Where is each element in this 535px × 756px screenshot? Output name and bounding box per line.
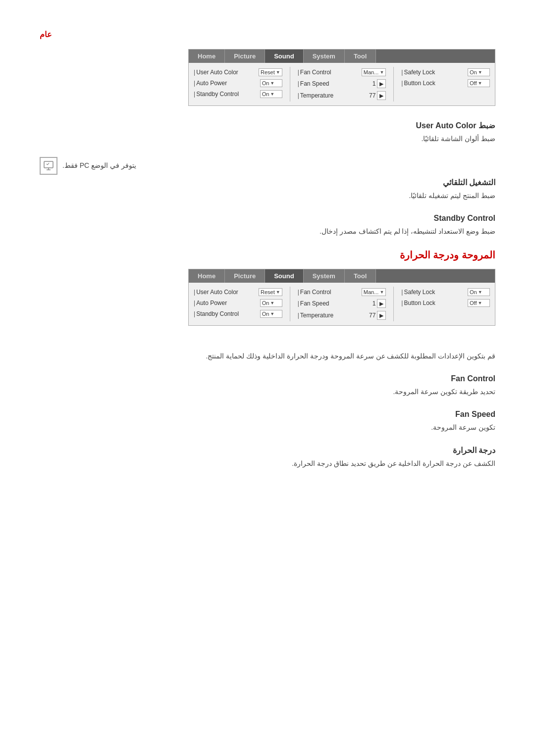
fan-control-select[interactable]: Man... ▼ (362, 68, 386, 76)
osd1-row-button-lock: Button Lock Off ▼ (401, 78, 490, 89)
red-heading: المروحة ودرجة الحرارة (40, 249, 495, 261)
osd2-row-standby: Standby Control On ▼ (194, 308, 282, 319)
osd2-temperature-right-btn[interactable]: ▶ (377, 311, 386, 320)
osd1-row-standby: Standby Control On ▼ (194, 89, 282, 100)
fan-intro-text: قم بتكوين الإعدادات المطلوبة للكشف عن سر… (40, 351, 495, 362)
top-label: عام (40, 30, 495, 39)
osd2-tab-home[interactable]: Home (189, 269, 225, 283)
button-lock-label: Button Lock (401, 80, 468, 87)
section-temperature: درجة الحرارة الكشف عن درجة الحرارة الداخ… (40, 446, 495, 470)
fan-control-desc: تحديد طريقة تكوين سرعة المروحة. (40, 386, 495, 398)
fan-control-label: Fan Control (298, 69, 362, 76)
osd2-row-auto-power: Auto Power On ▼ (194, 298, 282, 308)
osd1-col3: Safety Lock On ▼ Button Lock Off ▼ (401, 67, 490, 101)
osd2-col2: Fan Control Man... ▼ Fan Speed 1 ▶ (298, 287, 386, 321)
pc-only-text: يتوفر في الوضع PC فقط. (62, 160, 136, 172)
temperature-title: درجة الحرارة (40, 446, 495, 455)
temperature-label: Temperature (298, 92, 369, 99)
osd2-safety-lock-select[interactable]: On ▼ (468, 288, 490, 296)
osd2-row-user-auto-color: User Auto Color Reset ▼ (194, 287, 282, 298)
osd2-tab-system[interactable]: System (304, 269, 345, 283)
osd1-row-user-auto-color: User Auto Color Reset ▼ (194, 67, 282, 78)
button-lock-select[interactable]: Off ▼ (468, 79, 490, 87)
section-standby-control: Standby Control ضبط وضع الاستعداد لتنشيط… (40, 214, 495, 238)
pc-only-section: يتوفر في الوضع PC فقط. (40, 157, 495, 175)
fan-speed-title: Fan Speed (40, 410, 495, 419)
tab-sound[interactable]: Sound (265, 50, 303, 63)
osd2-row-fan-speed: Fan Speed 1 ▶ (298, 298, 386, 309)
user-auto-color-label: User Auto Color (194, 69, 259, 76)
safety-lock-select[interactable]: On ▼ (468, 68, 490, 76)
standby-select[interactable]: On ▼ (260, 90, 282, 98)
tab-system[interactable]: System (304, 50, 345, 63)
osd2-standby-select[interactable]: On ▼ (260, 310, 282, 318)
fan-speed-right-btn[interactable]: ▶ (377, 79, 386, 88)
svg-line-4 (48, 163, 49, 165)
auto-power-desc: ضبط المنتج ليتم تشغيله تلقائيًا. (40, 190, 495, 202)
osd2-fan-control-select[interactable]: Man... ▼ (362, 288, 386, 296)
auto-power-title: التشغيل التلقائي (40, 178, 495, 187)
fan-control-title: Fan Control (40, 374, 495, 383)
osd-table-2: Home Picture Sound System Tool User Auto… (40, 269, 495, 341)
osd1-row-auto-power: Auto Power On ▼ (194, 78, 282, 89)
osd2-row-fan-control: Fan Control Man... ▼ (298, 287, 386, 298)
svg-rect-0 (44, 161, 53, 168)
user-auto-color-desc: ضبط ألوان الشاشة تلقائيًا. (40, 133, 495, 145)
osd1-col1: User Auto Color Reset ▼ Auto Power On ▼ (194, 67, 282, 101)
pc-icon (40, 157, 57, 175)
user-auto-color-title: ضبط User Auto Color (40, 121, 495, 130)
osd1-body: User Auto Color Reset ▼ Auto Power On ▼ (189, 63, 495, 105)
section-fan-intro: قم بتكوين الإعدادات المطلوبة للكشف عن سر… (40, 351, 495, 362)
osd2-body: User Auto Color Reset ▼ Auto Power On ▼ (189, 283, 495, 325)
osd2-tab-tool[interactable]: Tool (345, 269, 376, 283)
osd1-row-temperature: Temperature 77 ▶ (298, 90, 386, 101)
osd1-row-safety-lock: Safety Lock On ▼ (401, 67, 490, 78)
osd2-header: Home Picture Sound System Tool (189, 269, 495, 283)
osd2-row-safety-lock: Safety Lock On ▼ (401, 287, 490, 298)
osd1-col2: Fan Control Man... ▼ Fan Speed 1 ▶ (298, 67, 386, 101)
osd2-auto-power-select[interactable]: On ▼ (260, 299, 282, 307)
fan-speed-desc: تكوين سرعة المروحة. (40, 422, 495, 434)
osd2-col1: User Auto Color Reset ▼ Auto Power On ▼ (194, 287, 282, 321)
osd2-tab-picture[interactable]: Picture (225, 269, 265, 283)
standby-label: Standby Control (194, 91, 260, 98)
auto-power-select[interactable]: On ▼ (260, 79, 282, 87)
osd2-col3: Safety Lock On ▼ Button Lock Off ▼ (401, 287, 490, 321)
tab-home[interactable]: Home (189, 50, 225, 63)
osd2-fan-speed-right-btn[interactable]: ▶ (377, 299, 386, 308)
fan-speed-label: Fan Speed (298, 80, 373, 87)
osd2-user-auto-color-select[interactable]: Reset ▼ (259, 288, 282, 296)
tab-tool[interactable]: Tool (345, 50, 376, 63)
temperature-right-btn[interactable]: ▶ (377, 91, 386, 100)
section-user-auto-color: ضبط User Auto Color ضبط ألوان الشاشة تلق… (40, 121, 495, 145)
standby-title: Standby Control (40, 214, 495, 223)
osd1-row-fan-control: Fan Control Man... ▼ (298, 67, 386, 78)
osd1-row-fan-speed: Fan Speed 1 ▶ (298, 78, 386, 90)
osd2-tab-sound[interactable]: Sound (265, 269, 303, 283)
section-auto-power: التشغيل التلقائي ضبط المنتج ليتم تشغيله … (40, 178, 495, 202)
user-auto-color-select[interactable]: Reset ▼ (259, 68, 282, 76)
auto-power-label: Auto Power (194, 80, 260, 87)
osd2-button-lock-select[interactable]: Off ▼ (468, 299, 490, 307)
tab-picture[interactable]: Picture (225, 50, 265, 63)
safety-lock-label: Safety Lock (401, 69, 468, 76)
osd2-row-button-lock: Button Lock Off ▼ (401, 298, 490, 308)
osd-table-1: Home Picture Sound System Tool User Auto… (40, 49, 495, 121)
section-fan-speed: Fan Speed تكوين سرعة المروحة. (40, 410, 495, 434)
osd2-row-temperature: Temperature 77 ▶ (298, 309, 386, 321)
temperature-desc: الكشف عن درجة الحرارة الداخلية عن طريق ت… (40, 458, 495, 470)
osd1-header: Home Picture Sound System Tool (189, 50, 495, 63)
standby-desc: ضبط وضع الاستعداد لتنشيطه، إذا لم يتم اك… (40, 226, 495, 238)
section-fan-control: Fan Control تحديد طريقة تكوين سرعة المرو… (40, 374, 495, 398)
